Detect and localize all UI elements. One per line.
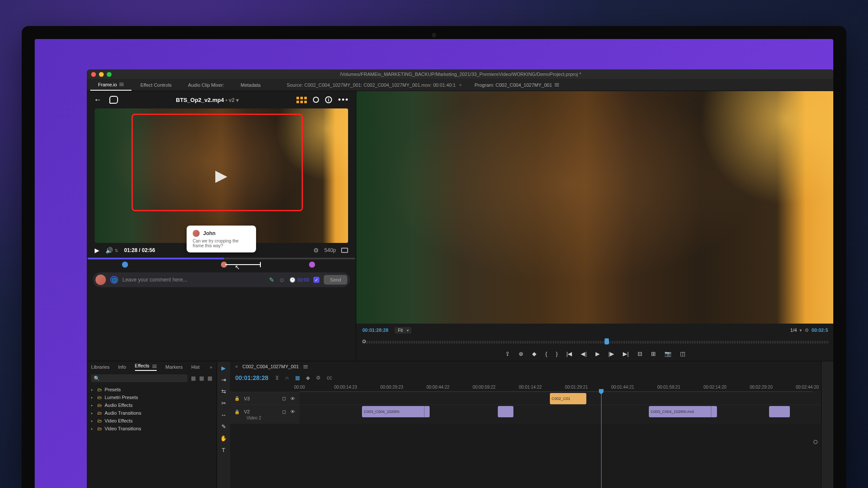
go-to-in-icon[interactable]: |◀ — [566, 350, 572, 357]
camera-icon[interactable]: 📷 — [664, 350, 671, 357]
resolution-label[interactable]: 540p — [324, 247, 336, 253]
tree-item-audio-effects[interactable]: ▸🗁Audio Effects — [91, 401, 212, 409]
linked-selection-icon[interactable]: ∩ — [285, 375, 289, 381]
tree-item-lumetri[interactable]: ▸🗁Lumetri Presets — [91, 393, 212, 401]
type-tool-icon[interactable]: T — [222, 447, 225, 453]
slip-tool-icon[interactable]: ↔ — [221, 412, 227, 418]
timestamp-check[interactable]: ✓ — [313, 277, 319, 283]
video-clip[interactable]: C002_C01 — [550, 393, 586, 404]
version-selector[interactable]: • v2 ▾ — [226, 97, 239, 103]
tree-item-video-effects[interactable]: ▸🗁Video Effects — [91, 417, 212, 425]
close-sequence-icon[interactable]: × — [235, 364, 238, 369]
progress-bar[interactable] — [88, 258, 355, 259]
mark-out-icon[interactable]: } — [556, 350, 558, 357]
settings-icon[interactable]: ⚙ — [316, 375, 321, 381]
emoji-icon[interactable]: ☺ — [279, 276, 285, 283]
tab-metadata[interactable]: Metadata — [233, 79, 269, 91]
more-menu-icon[interactable]: ••• — [338, 95, 349, 105]
panel-menu-icon[interactable] — [119, 83, 124, 86]
hand-tool-icon[interactable]: ✋ — [220, 435, 227, 442]
maximize-window-button[interactable] — [107, 72, 112, 77]
overflow-chevron-icon[interactable]: » — [459, 82, 462, 87]
resolution-fraction[interactable]: 1/4 — [790, 328, 797, 333]
panel-menu-icon[interactable] — [303, 365, 308, 368]
video-clip[interactable] — [769, 406, 790, 417]
program-playhead[interactable] — [605, 338, 609, 344]
lock-icon[interactable]: 🔒 — [234, 409, 240, 414]
range-selection[interactable] — [225, 264, 260, 265]
program-scrubber[interactable] — [362, 337, 828, 346]
step-forward-icon[interactable]: |▶ — [608, 350, 614, 357]
razor-tool-icon[interactable]: ✂ — [221, 400, 226, 406]
track-select-tool-icon[interactable]: ⇥ — [221, 377, 226, 383]
marker-icon[interactable]: ▦ — [295, 375, 300, 381]
toggle-output-icon[interactable]: ◻ — [282, 409, 286, 415]
track-v3-body[interactable]: C002_C01 — [299, 392, 821, 405]
tree-item-presets[interactable]: ▸🗁Presets — [91, 386, 212, 393]
gear-icon[interactable]: ⚙ — [805, 328, 809, 333]
video-preview[interactable]: ▶ — [95, 108, 348, 243]
lift-icon[interactable]: ⊟ — [638, 350, 642, 357]
tab-effects[interactable]: Effects — [135, 363, 157, 371]
play-icon[interactable]: ▶ — [595, 350, 600, 357]
track-header-v3[interactable]: 🔒 V3 ◻ 👁 — [230, 392, 299, 405]
tree-item-video-transitions[interactable]: ▸🗁Video Transitions — [91, 425, 212, 432]
minimize-window-button[interactable] — [99, 72, 104, 77]
tab-effect-controls[interactable]: Effect Controls — [132, 79, 179, 91]
record-icon[interactable] — [313, 97, 319, 103]
playhead[interactable] — [601, 392, 602, 488]
snap-icon[interactable]: ⊻ — [275, 375, 279, 381]
comments-icon[interactable] — [109, 96, 118, 104]
tab-info[interactable]: Info — [118, 364, 126, 370]
toggle-sync-icon[interactable]: 👁 — [290, 396, 295, 401]
pen-tool-icon[interactable]: ✎ — [221, 423, 226, 430]
captions-icon[interactable]: cc — [327, 375, 332, 381]
filter-icon[interactable]: ▦ — [199, 375, 204, 381]
video-clip[interactable] — [498, 406, 513, 417]
add-marker-icon[interactable]: ◆ — [306, 375, 310, 381]
comment-input[interactable]: Leave your comment here... — [122, 277, 265, 283]
annotate-icon[interactable]: ✎ — [269, 276, 274, 283]
video-clip[interactable]: C003_C004_1028IN.mot — [649, 406, 717, 417]
comment-marker[interactable] — [122, 262, 128, 268]
timestamp-toggle[interactable]: 🕐 00:00 — [289, 277, 309, 283]
tab-frameio[interactable]: Frame.io — [90, 79, 132, 91]
settings-icon[interactable]: ⚙ — [313, 247, 319, 254]
ripple-tool-icon[interactable]: ⇆ — [221, 388, 226, 395]
comment-marker[interactable] — [309, 262, 315, 268]
filter-icon[interactable]: ▦ — [191, 375, 196, 381]
sequence-name[interactable]: C002_C004_1027MY_001 — [242, 364, 299, 369]
close-window-button[interactable] — [91, 72, 96, 77]
tab-markers[interactable]: Markers — [165, 364, 183, 370]
volume-button[interactable]: 🔊 ⇅ — [105, 247, 118, 254]
fullscreen-icon[interactable] — [341, 248, 348, 253]
send-button[interactable]: Send — [324, 275, 347, 285]
grid-icon[interactable] — [296, 97, 307, 103]
program-timecode[interactable]: 00:01:28:28 — [362, 328, 388, 333]
timeline-timecode[interactable]: 00:01:28:28 — [235, 374, 268, 381]
visibility-icon[interactable]: 🌐 — [110, 276, 118, 284]
info-icon[interactable]: i — [325, 96, 332, 103]
track-header-v2[interactable]: 🔒 V2 ◻ 👁 Video 2 — [230, 405, 299, 424]
panel-menu-icon[interactable] — [555, 83, 559, 86]
program-video[interactable] — [356, 91, 833, 324]
toggle-output-icon[interactable]: ◻ — [282, 396, 286, 401]
insert-icon[interactable]: ⊕ — [519, 350, 523, 357]
tree-item-audio-transitions[interactable]: ▸🗁Audio Transitions — [91, 409, 212, 417]
selection-tool-icon[interactable]: ▶ — [221, 365, 226, 371]
extract-icon[interactable]: ⊞ — [651, 350, 656, 357]
toggle-sync-icon[interactable]: 👁 — [290, 409, 295, 414]
play-overlay-icon[interactable]: ▶ — [215, 167, 227, 185]
lock-icon[interactable]: 🔒 — [234, 396, 240, 401]
export-frame-icon[interactable]: ⇪ — [505, 350, 510, 357]
zoom-fit-select[interactable]: Fit — [395, 327, 411, 334]
play-button[interactable]: ▶ — [95, 247, 99, 254]
tab-program[interactable]: Program: C002_C004_1027MY_001 — [467, 79, 567, 91]
track-v2-body[interactable]: C003_C004_1028IN C003_C004_1028IN.mot — [299, 405, 821, 424]
comparison-icon[interactable]: ◫ — [680, 350, 685, 357]
back-button[interactable]: ← — [94, 95, 102, 105]
step-back-icon[interactable]: ◀| — [581, 350, 586, 357]
timeline-ruler[interactable]: 00:00 00:00:14:23 00:00:29:23 00:00:44:2… — [299, 384, 812, 392]
filter-icon[interactable]: ▦ — [207, 375, 212, 381]
overflow-icon[interactable]: » — [210, 364, 212, 370]
